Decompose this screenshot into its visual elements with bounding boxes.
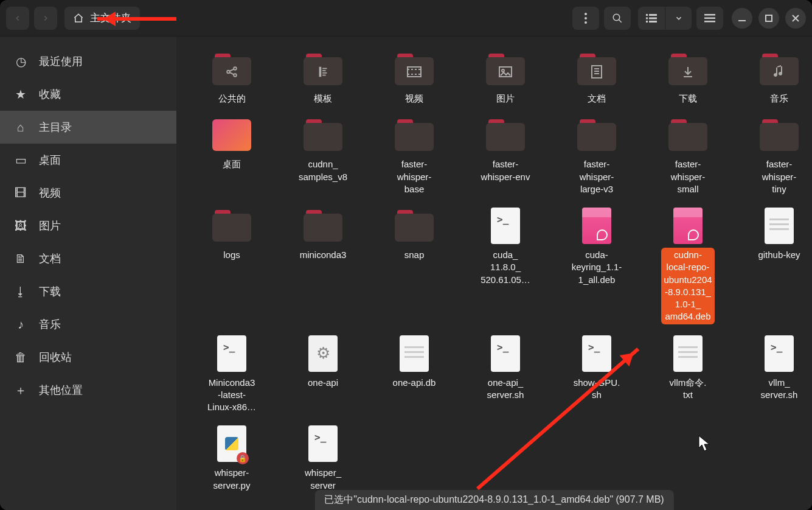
- annotation-arrow: [97, 17, 176, 21]
- file-label: faster-whisper-env: [479, 157, 533, 184]
- grid-item[interactable]: 下载: [644, 49, 732, 108]
- kebab-menu-button[interactable]: [572, 7, 599, 30]
- grid-item[interactable]: 🔒whisper-server.py: [187, 423, 276, 495]
- file-label: cuda_11.8.0_520.61.05…: [478, 248, 533, 287]
- file-icon: [392, 335, 436, 372]
- grid-item[interactable]: faster-whisper-env: [461, 114, 550, 199]
- desktop-icon: ▭: [13, 153, 28, 167]
- file-icon: [210, 208, 254, 244]
- file-grid-area[interactable]: 公共的模板视频图片文档下载音乐桌面cudnn_samples_v8faster-…: [176, 37, 812, 510]
- grid-item[interactable]: >_whisper_server: [279, 423, 367, 495]
- file-label: vllm命令.txt: [667, 376, 709, 403]
- grid-item[interactable]: snap: [370, 205, 459, 327]
- file-label: Miniconda3-latest-Linux-x86…: [205, 376, 259, 415]
- grid-item[interactable]: 音乐: [735, 49, 812, 108]
- download-icon: ⭳: [13, 285, 28, 299]
- file-icon: [210, 117, 254, 153]
- svg-point-0: [585, 13, 587, 15]
- file-icon: [575, 51, 619, 88]
- grid-item[interactable]: vllm命令.txt: [644, 333, 732, 417]
- grid-item[interactable]: cuda-keyring_1.1-1_all.deb: [552, 205, 641, 327]
- grid-item[interactable]: miniconda3: [279, 205, 367, 327]
- file-icon: >_: [575, 335, 619, 372]
- sidebar-item-downloads[interactable]: ⭳下载: [0, 275, 176, 308]
- grid-item[interactable]: cudnn_samples_v8: [279, 114, 367, 199]
- file-label: faster-whisper-tiny: [760, 157, 799, 197]
- sidebar-item-pictures[interactable]: 🖼图片: [0, 209, 176, 242]
- forward-button[interactable]: [34, 7, 57, 30]
- grid-item[interactable]: >_show-GPU.sh: [552, 333, 641, 417]
- search-button[interactable]: [604, 7, 631, 30]
- file-label: cudnn-local-repo-ubuntu2204-8.9.0.131_1.…: [661, 248, 714, 324]
- file-label: 图片: [494, 91, 517, 106]
- home-icon: [73, 13, 84, 24]
- file-label: 模板: [311, 91, 335, 106]
- grid-item[interactable]: 文档: [552, 49, 641, 108]
- back-button[interactable]: [6, 7, 29, 30]
- file-label: github-key: [755, 248, 802, 262]
- view-list-button[interactable]: [638, 7, 665, 30]
- doc-icon: 🗎: [13, 252, 28, 266]
- grid-item[interactable]: >_Miniconda3-latest-Linux-x86…: [187, 333, 276, 417]
- grid-item[interactable]: cudnn-local-repo-ubuntu2204-8.9.0.131_1.…: [644, 205, 732, 327]
- grid-item[interactable]: >_vllm_server.sh: [735, 333, 812, 417]
- svg-point-1: [585, 17, 587, 19]
- file-icon: [484, 117, 527, 153]
- grid-item[interactable]: 桌面: [187, 114, 276, 199]
- file-label: logs: [221, 248, 243, 262]
- sidebar-item-starred[interactable]: ★收藏: [0, 78, 176, 111]
- file-icon: [301, 117, 345, 153]
- grid-item[interactable]: one-api.db: [370, 333, 459, 417]
- grid-item[interactable]: faster-whisper-tiny: [735, 114, 812, 199]
- svg-rect-13: [738, 20, 746, 21]
- grid-item[interactable]: faster-whisper-small: [644, 114, 732, 199]
- file-icon: [757, 208, 801, 244]
- svg-rect-4: [646, 14, 648, 16]
- file-icon: [301, 51, 345, 88]
- hamburger-menu-button[interactable]: [696, 7, 723, 30]
- grid-item[interactable]: logs: [187, 205, 276, 327]
- sidebar-item-home[interactable]: ⌂主目录: [0, 111, 176, 144]
- file-icon: [484, 51, 527, 88]
- grid-item[interactable]: 模板: [279, 49, 367, 108]
- file-icon: [757, 51, 801, 88]
- file-label: cuda-keyring_1.1-1_all.deb: [569, 248, 625, 287]
- plus-icon: ＋: [13, 382, 28, 399]
- sidebar-item-documents[interactable]: 🗎文档: [0, 242, 176, 275]
- grid-item[interactable]: >_cuda_11.8.0_520.61.05…: [461, 205, 550, 327]
- grid-item[interactable]: ⚙one-api: [279, 333, 367, 417]
- svg-rect-7: [649, 17, 657, 19]
- sidebar-item-desktop[interactable]: ▭桌面: [0, 144, 176, 176]
- svg-point-2: [585, 21, 587, 24]
- sidebar-item-other[interactable]: ＋其他位置: [0, 374, 176, 407]
- grid-item[interactable]: faster-whisper-large-v3: [552, 114, 641, 199]
- svg-rect-18: [319, 67, 322, 77]
- maximize-button[interactable]: [758, 8, 779, 29]
- sidebar-item-trash[interactable]: 🗑回收站: [0, 341, 176, 374]
- file-label: 视频: [403, 91, 426, 106]
- file-label: miniconda3: [297, 248, 349, 262]
- grid-item[interactable]: >_one-api_server.sh: [461, 333, 550, 417]
- view-dropdown-button[interactable]: [665, 7, 692, 30]
- file-icon: [301, 208, 345, 244]
- sidebar-item-videos[interactable]: 🎞视频: [0, 176, 176, 209]
- grid-item[interactable]: 公共的: [187, 49, 276, 108]
- svg-rect-6: [646, 17, 648, 19]
- file-icon: [757, 117, 801, 153]
- grid-item[interactable]: faster-whisper-base: [370, 114, 459, 199]
- file-icon: [392, 208, 436, 244]
- grid-item[interactable]: 视频: [370, 49, 459, 108]
- close-button[interactable]: [785, 8, 806, 29]
- svg-rect-19: [322, 68, 327, 69]
- file-label: snap: [402, 248, 427, 262]
- sidebar-item-recent[interactable]: ◷最近使用: [0, 45, 176, 78]
- minimize-button[interactable]: [732, 8, 752, 29]
- cursor-icon: [698, 435, 712, 452]
- svg-rect-10: [704, 14, 715, 16]
- sidebar-item-music[interactable]: ♪音乐: [0, 308, 176, 341]
- file-icon: 🔒: [210, 425, 254, 462]
- grid-item[interactable]: github-key: [735, 205, 812, 327]
- home-icon: ⌂: [13, 121, 28, 134]
- status-bar: 已选中"cudnn-local-repo-ubuntu2204-8.9.0.13…: [314, 490, 673, 510]
- grid-item[interactable]: 图片: [461, 49, 550, 108]
